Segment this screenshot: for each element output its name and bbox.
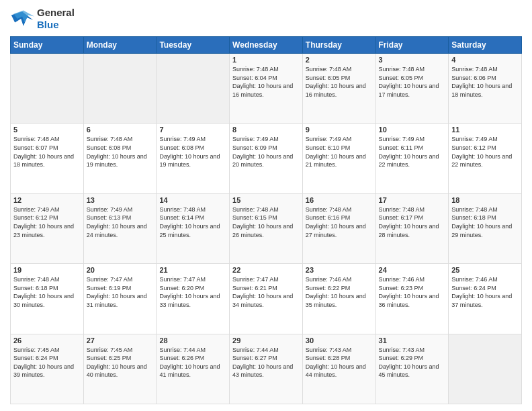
- day-header-thursday: Thursday: [302, 37, 375, 54]
- calendar-week-2: 5Sunrise: 7:48 AMSunset: 6:07 PMDaylight…: [11, 124, 522, 193]
- calendar-cell: 10Sunrise: 7:49 AMSunset: 6:11 PMDayligh…: [375, 124, 449, 193]
- day-number: 23: [306, 266, 373, 274]
- calendar-cell: 28Sunrise: 7:44 AMSunset: 6:26 PMDayligh…: [157, 334, 230, 404]
- calendar-cell: 29Sunrise: 7:44 AMSunset: 6:27 PMDayligh…: [230, 334, 303, 404]
- calendar-cell: [157, 54, 230, 124]
- day-number: 7: [159, 126, 226, 134]
- calendar-cell: 13Sunrise: 7:49 AMSunset: 6:13 PMDayligh…: [83, 193, 157, 263]
- header: General Blue: [10, 7, 522, 31]
- logo: General Blue: [10, 7, 75, 31]
- day-number: 19: [13, 266, 81, 274]
- cell-details: Sunrise: 7:48 AMSunset: 6:17 PMDaylight:…: [379, 205, 446, 239]
- day-number: 26: [13, 336, 81, 345]
- day-number: 28: [159, 336, 226, 345]
- day-number: 10: [379, 126, 446, 134]
- cell-details: Sunrise: 7:44 AMSunset: 6:27 PMDaylight:…: [232, 346, 300, 379]
- day-number: 16: [306, 196, 373, 204]
- calendar-cell: 23Sunrise: 7:46 AMSunset: 6:22 PMDayligh…: [302, 264, 375, 334]
- day-number: 29: [232, 336, 300, 345]
- day-number: 11: [451, 126, 519, 134]
- calendar-cell: 17Sunrise: 7:48 AMSunset: 6:17 PMDayligh…: [375, 193, 449, 263]
- calendar-week-5: 26Sunrise: 7:45 AMSunset: 6:24 PMDayligh…: [11, 334, 522, 404]
- day-header-wednesday: Wednesday: [230, 37, 303, 54]
- cell-details: Sunrise: 7:48 AMSunset: 6:05 PMDaylight:…: [306, 65, 373, 99]
- calendar-cell: 12Sunrise: 7:49 AMSunset: 6:12 PMDayligh…: [11, 193, 84, 263]
- cell-details: Sunrise: 7:48 AMSunset: 6:06 PMDaylight:…: [451, 65, 519, 99]
- calendar-cell: 2Sunrise: 7:48 AMSunset: 6:05 PMDaylight…: [302, 54, 375, 124]
- cell-details: Sunrise: 7:46 AMSunset: 6:24 PMDaylight:…: [451, 275, 519, 309]
- page: General Blue SundayMondayTuesdayWednesda…: [0, 0, 532, 411]
- day-number: 27: [87, 336, 154, 345]
- cell-details: Sunrise: 7:48 AMSunset: 6:15 PMDaylight:…: [232, 205, 300, 239]
- calendar-cell: 30Sunrise: 7:43 AMSunset: 6:28 PMDayligh…: [302, 334, 375, 404]
- calendar-cell: 1Sunrise: 7:48 AMSunset: 6:04 PMDaylight…: [230, 54, 303, 124]
- day-number: 15: [232, 196, 300, 204]
- calendar-cell: 8Sunrise: 7:49 AMSunset: 6:09 PMDaylight…: [230, 124, 303, 193]
- day-number: 22: [232, 266, 300, 274]
- logo-text: General Blue: [37, 7, 75, 31]
- calendar-cell: 24Sunrise: 7:46 AMSunset: 6:23 PMDayligh…: [375, 264, 449, 334]
- day-number: 20: [87, 266, 154, 274]
- calendar-cell: 14Sunrise: 7:48 AMSunset: 6:14 PMDayligh…: [157, 193, 230, 263]
- logo-icon: [10, 9, 34, 29]
- day-number: 21: [159, 266, 226, 274]
- day-number: 8: [232, 126, 300, 134]
- calendar-cell: 4Sunrise: 7:48 AMSunset: 6:06 PMDaylight…: [449, 54, 522, 124]
- calendar-cell: 9Sunrise: 7:49 AMSunset: 6:10 PMDaylight…: [302, 124, 375, 193]
- day-header-sunday: Sunday: [11, 37, 84, 54]
- calendar-cell: 3Sunrise: 7:48 AMSunset: 6:05 PMDaylight…: [375, 54, 449, 124]
- cell-details: Sunrise: 7:47 AMSunset: 6:19 PMDaylight:…: [87, 275, 154, 309]
- day-number: 9: [306, 126, 373, 134]
- day-number: 1: [232, 56, 300, 64]
- calendar-cell: 22Sunrise: 7:47 AMSunset: 6:21 PMDayligh…: [230, 264, 303, 334]
- cell-details: Sunrise: 7:45 AMSunset: 6:25 PMDaylight:…: [87, 346, 154, 379]
- calendar-cell: 21Sunrise: 7:47 AMSunset: 6:20 PMDayligh…: [157, 264, 230, 334]
- cell-details: Sunrise: 7:45 AMSunset: 6:24 PMDaylight:…: [13, 346, 81, 379]
- day-number: 3: [379, 56, 446, 64]
- day-number: 4: [451, 56, 519, 64]
- calendar-cell: 11Sunrise: 7:49 AMSunset: 6:12 PMDayligh…: [449, 124, 522, 193]
- cell-details: Sunrise: 7:43 AMSunset: 6:29 PMDaylight:…: [379, 346, 446, 379]
- day-number: 14: [159, 196, 226, 204]
- calendar-cell: 18Sunrise: 7:48 AMSunset: 6:18 PMDayligh…: [449, 193, 522, 263]
- cell-details: Sunrise: 7:47 AMSunset: 6:20 PMDaylight:…: [159, 275, 226, 309]
- cell-details: Sunrise: 7:48 AMSunset: 6:14 PMDaylight:…: [159, 205, 226, 239]
- calendar-cell: 5Sunrise: 7:48 AMSunset: 6:07 PMDaylight…: [11, 124, 84, 193]
- day-number: 24: [379, 266, 446, 274]
- day-number: 12: [13, 196, 81, 204]
- cell-details: Sunrise: 7:49 AMSunset: 6:09 PMDaylight:…: [232, 135, 300, 169]
- calendar-week-3: 12Sunrise: 7:49 AMSunset: 6:12 PMDayligh…: [11, 193, 522, 263]
- day-number: 2: [306, 56, 373, 64]
- cell-details: Sunrise: 7:48 AMSunset: 6:16 PMDaylight:…: [306, 205, 373, 239]
- calendar-cell: 27Sunrise: 7:45 AMSunset: 6:25 PMDayligh…: [83, 334, 157, 404]
- calendar-cell: 7Sunrise: 7:49 AMSunset: 6:08 PMDaylight…: [157, 124, 230, 193]
- cell-details: Sunrise: 7:48 AMSunset: 6:05 PMDaylight:…: [379, 65, 446, 99]
- calendar-cell: [11, 54, 84, 124]
- cell-details: Sunrise: 7:46 AMSunset: 6:23 PMDaylight:…: [379, 275, 446, 309]
- cell-details: Sunrise: 7:48 AMSunset: 6:08 PMDaylight:…: [87, 135, 154, 169]
- day-number: 18: [451, 196, 519, 204]
- calendar-cell: 26Sunrise: 7:45 AMSunset: 6:24 PMDayligh…: [11, 334, 84, 404]
- day-number: 5: [13, 126, 81, 134]
- cell-details: Sunrise: 7:46 AMSunset: 6:22 PMDaylight:…: [306, 275, 373, 309]
- calendar-cell: [83, 54, 157, 124]
- cell-details: Sunrise: 7:47 AMSunset: 6:21 PMDaylight:…: [232, 275, 300, 309]
- cell-details: Sunrise: 7:49 AMSunset: 6:12 PMDaylight:…: [451, 135, 519, 169]
- cell-details: Sunrise: 7:44 AMSunset: 6:26 PMDaylight:…: [159, 346, 226, 379]
- calendar-cell: 16Sunrise: 7:48 AMSunset: 6:16 PMDayligh…: [302, 193, 375, 263]
- calendar-cell: 15Sunrise: 7:48 AMSunset: 6:15 PMDayligh…: [230, 193, 303, 263]
- day-header-tuesday: Tuesday: [157, 37, 230, 54]
- calendar-cell: [449, 334, 522, 404]
- cell-details: Sunrise: 7:48 AMSunset: 6:07 PMDaylight:…: [13, 135, 81, 169]
- cell-details: Sunrise: 7:49 AMSunset: 6:12 PMDaylight:…: [13, 205, 81, 239]
- day-number: 6: [87, 126, 154, 134]
- day-number: 17: [379, 196, 446, 204]
- cell-details: Sunrise: 7:48 AMSunset: 6:18 PMDaylight:…: [451, 205, 519, 239]
- calendar-cell: 19Sunrise: 7:48 AMSunset: 6:18 PMDayligh…: [11, 264, 84, 334]
- cell-details: Sunrise: 7:48 AMSunset: 6:18 PMDaylight:…: [13, 275, 81, 309]
- calendar-cell: 20Sunrise: 7:47 AMSunset: 6:19 PMDayligh…: [83, 264, 157, 334]
- cell-details: Sunrise: 7:48 AMSunset: 6:04 PMDaylight:…: [232, 65, 300, 99]
- calendar-cell: 31Sunrise: 7:43 AMSunset: 6:29 PMDayligh…: [375, 334, 449, 404]
- day-header-friday: Friday: [375, 37, 449, 54]
- calendar-header-row: SundayMondayTuesdayWednesdayThursdayFrid…: [11, 37, 522, 54]
